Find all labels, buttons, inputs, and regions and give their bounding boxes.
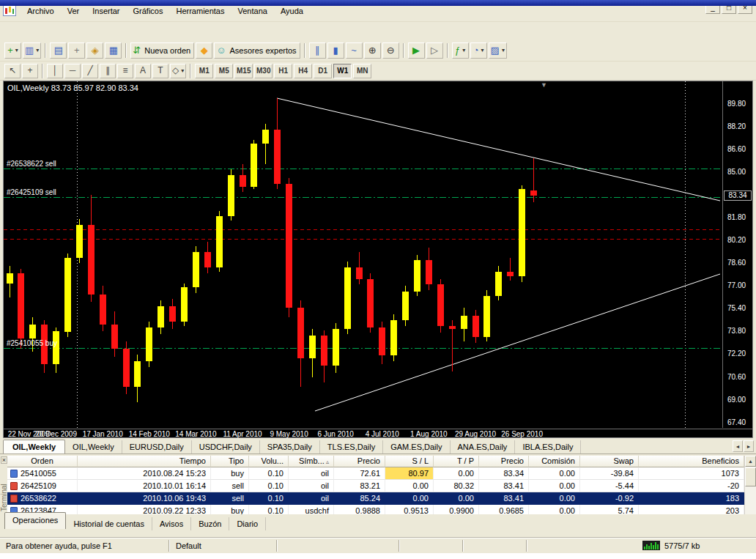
horizontal-line-button[interactable]: ─: [64, 64, 81, 78]
cursor-button[interactable]: ↖: [4, 64, 21, 78]
time-axis[interactable]: 22 Nov 200920 Dec 200917 Jan 201014 Feb …: [4, 429, 752, 438]
menu-archivo[interactable]: Archivo: [21, 4, 61, 18]
chart-tab-oil-weekly[interactable]: OIL,Weekly: [3, 440, 65, 454]
fibonacci-button[interactable]: ≡: [117, 64, 133, 78]
zoom-out-button[interactable]: ⊖: [382, 42, 399, 59]
column-header-swap[interactable]: Swap: [580, 456, 639, 467]
menu-graficos[interactable]: Gráficos: [127, 4, 170, 18]
data-window-button[interactable]: +: [68, 42, 85, 59]
auto-scroll-button[interactable]: ▶: [408, 42, 425, 59]
dropdown-arrow-icon[interactable]: ▾: [36, 47, 39, 53]
scrollbar-thumb[interactable]: [745, 467, 756, 486]
chart-tab-spa35-daily[interactable]: SPA35,Daily: [260, 440, 320, 454]
menu-herramientas[interactable]: Herramientas: [169, 4, 231, 18]
navigator-button[interactable]: ◈: [86, 42, 103, 59]
status-divider: [526, 540, 527, 552]
zoom-in-button[interactable]: ⊕: [364, 42, 381, 59]
column-header-orden[interactable]: Orden: [7, 456, 78, 467]
dropdown-arrow-icon[interactable]: ▾: [502, 47, 505, 53]
dropdown-arrow-icon[interactable]: ▾: [181, 67, 184, 74]
chart-tab-ibla-es-daily[interactable]: IBLA.ES,Daily: [515, 440, 581, 454]
new-chart-button[interactable]: +▾: [4, 42, 21, 59]
column-header-precio[interactable]: Precio: [334, 456, 385, 467]
scroll-up-button[interactable]: ▲: [745, 456, 756, 467]
status-profile[interactable]: Default: [170, 541, 276, 550]
column-header-volu[interactable]: Volu...: [249, 456, 289, 467]
column-header-tipo[interactable]: Tipo: [211, 456, 249, 467]
terminal-button[interactable]: ▦: [105, 42, 122, 59]
timeframe-mn[interactable]: MN: [353, 64, 371, 78]
timeframe-d1[interactable]: D1: [314, 64, 332, 78]
crosshair-button[interactable]: +: [22, 64, 38, 78]
nueva-orden-button-label: Nueva orden: [144, 46, 190, 55]
menu-ayuda[interactable]: Ayuda: [274, 4, 310, 18]
price-axis[interactable]: 83.34 89.8088.2086.6085.0081.8080.2078.6…: [723, 81, 753, 428]
menu-insertar[interactable]: Insertar: [86, 4, 126, 18]
chart-tab-eurusd-daily[interactable]: EURUSD,Daily: [122, 440, 192, 454]
order-line-label: #26538622 sell: [7, 160, 56, 168]
chart-shift-marker-icon[interactable]: ▼: [541, 81, 547, 89]
candles-chart-button[interactable]: ▮: [327, 42, 344, 59]
nueva-orden-button[interactable]: ⇵Nueva orden: [130, 42, 194, 59]
timeframe-m5[interactable]: M5: [215, 64, 233, 78]
dropdown-arrow-icon[interactable]: ▾: [481, 47, 484, 53]
toolbar-separator: [125, 43, 127, 58]
periods-button[interactable]: ◔▾: [470, 42, 487, 59]
indicators-button[interactable]: ƒ▾: [452, 42, 469, 59]
table-row[interactable]: 261238472010.09.22 12:33buy0.10usdchf0.9…: [7, 505, 744, 514]
table-row[interactable]: 264251092010.10.01 16:14sell0.10oil83.21…: [7, 480, 744, 492]
column-header-tiempo[interactable]: Tiempo: [78, 456, 211, 467]
terminal-tab-diario[interactable]: Diario: [229, 517, 266, 530]
terminal-close-button[interactable]: ×: [1, 456, 7, 464]
dropdown-arrow-icon[interactable]: ▾: [462, 47, 465, 53]
timeframe-m30[interactable]: M30: [254, 64, 273, 78]
terminal-tab-operaciones[interactable]: Operaciones: [4, 512, 66, 529]
text-label-button[interactable]: T: [152, 64, 168, 78]
menu-ver[interactable]: Ver: [61, 4, 86, 18]
text-button[interactable]: A: [135, 64, 151, 78]
menu-ventana[interactable]: Ventana: [231, 4, 274, 18]
line-chart-button[interactable]: ~: [346, 42, 363, 59]
chart-canvas[interactable]: OIL,Weekly 83.73 85.97 82.90 83.34 ▼ #26…: [4, 81, 722, 428]
timeframe-h4[interactable]: H4: [294, 64, 312, 78]
tabs-scroll-left-button[interactable]: ◄: [733, 440, 743, 452]
chart-tab-usdchf-daily[interactable]: USDCHF,Daily: [192, 440, 260, 454]
market-watch-icon: ▤: [54, 45, 63, 55]
timeframe-m15[interactable]: M15: [234, 64, 253, 78]
vertical-line-button[interactable]: │: [47, 64, 63, 78]
chart-tab-oil-weekly[interactable]: OIL,Weekly: [65, 440, 122, 454]
trendline-button[interactable]: ╱: [82, 64, 98, 78]
metaeditor-button[interactable]: ◆: [196, 42, 212, 59]
dropdown-arrow-icon[interactable]: ▾: [15, 47, 18, 53]
asesores-expertos-button[interactable]: ☺Asesores expertos: [214, 42, 300, 59]
timeframe-w1[interactable]: W1: [333, 64, 352, 78]
chart-tab-tls-es-daily[interactable]: TLS.ES,Daily: [320, 440, 383, 454]
column-header-precio[interactable]: Precio: [479, 456, 529, 467]
bars-chart-icon: ∥: [315, 45, 320, 55]
chart-shift-button[interactable]: ▷: [426, 42, 443, 59]
timeframe-m1[interactable]: M1: [195, 64, 213, 78]
orders-table-header: OrdenTiempoTipoVolu...Símb... ▵PrecioS /…: [7, 456, 744, 467]
chart-tab-ana-es-daily[interactable]: ANA.ES,Daily: [451, 440, 516, 454]
terminal-tab-avisos[interactable]: Avisos: [152, 517, 191, 530]
table-row[interactable]: 254100552010.08.24 15:23buy0.10oil72.618…: [7, 467, 744, 480]
channel-button[interactable]: ∥: [100, 64, 116, 78]
column-header-beneficios[interactable]: Beneficios: [639, 456, 744, 467]
column-header-simb[interactable]: Símb... ▵: [289, 456, 334, 467]
column-header-s-l[interactable]: S / L: [385, 456, 434, 467]
templates-button[interactable]: ▨▾: [489, 42, 507, 59]
market-watch-button[interactable]: ▤: [50, 42, 67, 59]
vertical-line-icon: │: [52, 66, 58, 75]
table-row[interactable]: 265386222010.10.06 19:43sell0.10oil85.24…: [7, 492, 744, 505]
column-header-t-p[interactable]: T / P: [434, 456, 479, 467]
bars-chart-button[interactable]: ∥: [309, 42, 326, 59]
terminal-scrollbar[interactable]: ▲: [744, 456, 756, 514]
timeframe-h1[interactable]: H1: [274, 64, 292, 78]
terminal-tab-historial-de-cuentas[interactable]: Historial de cuentas: [66, 517, 152, 530]
chart-tab-gam-es-daily[interactable]: GAM.ES,Daily: [383, 440, 450, 454]
column-header-comision[interactable]: Comisión: [529, 456, 580, 467]
arrows-button[interactable]: ◇▾: [170, 64, 186, 78]
terminal-tab-buzon[interactable]: Buzón: [191, 517, 229, 530]
tabs-scroll-right-button[interactable]: ►: [744, 440, 754, 452]
profiles-button[interactable]: ▥▾: [23, 42, 41, 59]
